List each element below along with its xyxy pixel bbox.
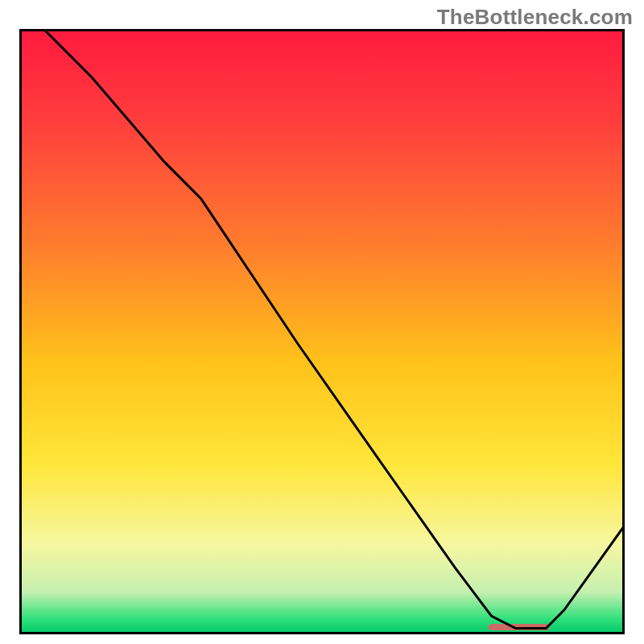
plot-area (19, 29, 625, 634)
chart-container: TheBottleneck.com (0, 0, 644, 644)
gradient-background (19, 29, 625, 634)
watermark-text: TheBottleneck.com (437, 5, 633, 30)
chart-svg (19, 29, 625, 634)
